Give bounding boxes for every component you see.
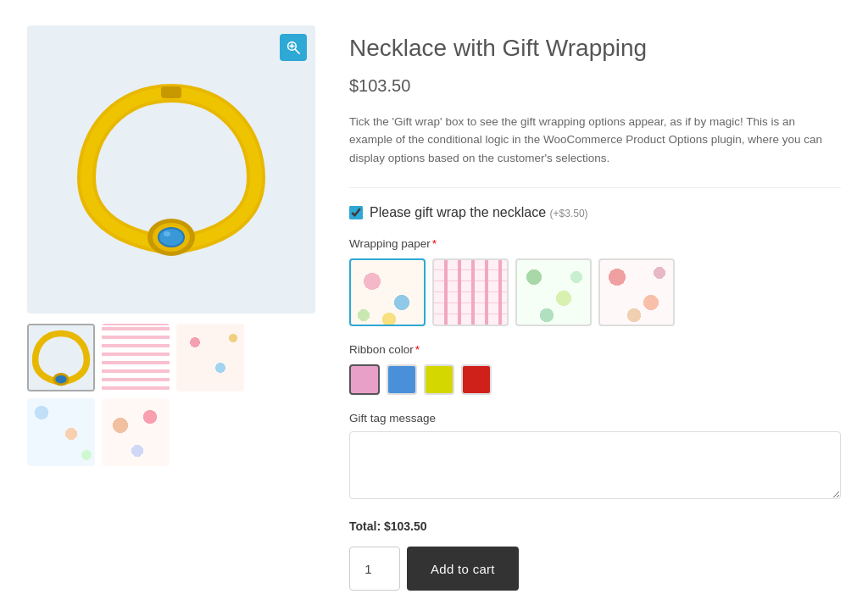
thumbnails <box>27 324 315 466</box>
ribbon-color-section: Ribbon color* <box>349 343 841 395</box>
thumb-paper-2[interactable] <box>176 324 244 391</box>
gift-tag-label: Gift tag message <box>349 412 841 425</box>
thumb-paper-1[interactable] <box>102 324 170 391</box>
product-description: Tick the 'Gift wrap' box to see the gift… <box>349 113 841 168</box>
required-star: * <box>432 237 437 250</box>
wrapping-paper-section: Wrapping paper* <box>349 237 841 326</box>
gift-tag-section: Gift tag message <box>349 412 841 502</box>
zoom-button[interactable] <box>280 34 307 61</box>
gift-wrap-checkbox[interactable] <box>349 206 363 219</box>
wrap-option-1[interactable] <box>349 258 426 326</box>
gift-tag-textarea[interactable] <box>349 431 841 499</box>
ribbon-options <box>349 364 841 395</box>
svg-line-1 <box>295 49 299 53</box>
ribbon-swatch-yellow[interactable] <box>424 364 454 395</box>
quantity-input[interactable] <box>349 547 400 591</box>
ribbon-swatch-red[interactable] <box>461 364 492 395</box>
necklace-illustration <box>70 68 273 271</box>
product-info: Necklace with Gift Wrapping $103.50 Tick… <box>349 25 841 591</box>
gift-wrap-option: Please gift wrap the necklace (+$3.50) <box>349 205 841 220</box>
total-row: Total: $103.50 <box>349 519 841 533</box>
svg-point-10 <box>167 87 175 96</box>
gift-wrap-label[interactable]: Please gift wrap the necklace (+$3.50) <box>370 205 588 220</box>
svg-point-8 <box>159 229 183 246</box>
wrap-option-3[interactable] <box>515 258 592 326</box>
main-image <box>27 25 315 314</box>
product-price: $103.50 <box>349 76 841 96</box>
ribbon-color-label: Ribbon color* <box>349 343 841 356</box>
svg-point-9 <box>164 231 170 236</box>
ribbon-swatch-pink[interactable] <box>349 364 380 395</box>
gift-wrap-price: (+$3.50) <box>550 208 588 219</box>
svg-point-13 <box>55 375 66 384</box>
product-title: Necklace with Gift Wrapping <box>349 34 841 63</box>
add-to-cart-button[interactable]: Add to cart <box>407 547 519 591</box>
divider <box>349 187 841 188</box>
add-to-cart-row: Add to cart <box>349 547 841 591</box>
thumb-paper-3[interactable] <box>27 398 95 466</box>
thumb-paper-4[interactable] <box>102 398 170 466</box>
thumb-necklace[interactable] <box>27 324 95 391</box>
required-star-ribbon: * <box>415 343 420 356</box>
ribbon-swatch-blue[interactable] <box>387 364 417 395</box>
wrapping-options <box>349 258 841 326</box>
wrapping-paper-label: Wrapping paper* <box>349 237 841 250</box>
wrap-option-2[interactable] <box>432 258 509 326</box>
product-images <box>27 25 315 591</box>
product-page: Necklace with Gift Wrapping $103.50 Tick… <box>27 25 841 591</box>
wrap-option-4[interactable] <box>598 258 675 326</box>
